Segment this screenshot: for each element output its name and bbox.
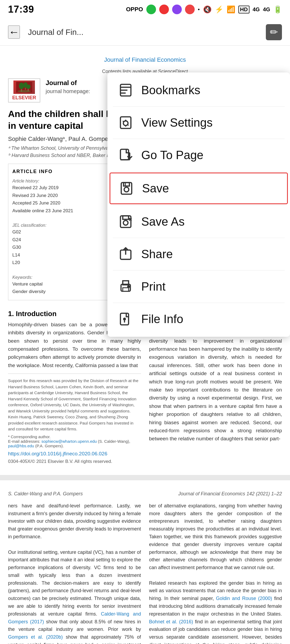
intro-cols: Homophily-driven biases can be a powerfu…	[8, 321, 282, 464]
save-label: Save	[142, 182, 169, 195]
page2-two-col: ners have and deal/fund-level performanc…	[8, 502, 282, 644]
divider-7	[113, 303, 285, 303]
battery-icon: 🔋	[273, 5, 282, 14]
dropdown-item-save[interactable]: Save	[110, 173, 288, 204]
goldin-rouse-link: Goldin and Rouse (2000)	[216, 596, 272, 601]
top-bar: ← Journal of Fin... ✏	[0, 19, 290, 46]
journal-header: Journal of Financial Economics	[8, 56, 282, 63]
svg-rect-30	[123, 288, 129, 291]
pdf-page-2: S. Calder-Wang and P.A. Gompers Journal …	[0, 480, 290, 644]
bookmarks-label: Bookmarks	[141, 83, 200, 97]
intro-col-left: Homophily-driven biases can be a powerfu…	[8, 321, 141, 464]
page2-col1-p2: Our institutional setting, venture capit…	[8, 548, 141, 644]
svg-rect-25	[121, 216, 131, 227]
footnote-1: Support for this research was provided b…	[8, 378, 141, 432]
svg-rect-21	[121, 182, 132, 194]
top-bar-title: Journal of Fin...	[28, 28, 258, 37]
status-bar: 17:39 OPPO • 🔇 ⚡ 📶 HD 4G 4G 🔋	[0, 0, 290, 19]
divider-2	[113, 139, 285, 139]
main-content: Journal of Financial Economics Contents …	[0, 46, 290, 644]
print-icon	[118, 279, 133, 294]
svg-point-35	[124, 318, 125, 320]
back-button[interactable]: ←	[8, 25, 20, 39]
intro-right-text: measurable improvement in performance wh…	[149, 321, 282, 443]
svg-rect-5	[25, 88, 26, 90]
file-info-label: File Info	[141, 312, 183, 326]
dropdown-menu: Bookmarks View Settings	[107, 72, 290, 337]
dropdown-item-view-settings[interactable]: View Settings	[107, 108, 290, 138]
app-icon-4	[185, 5, 195, 14]
svg-point-22	[124, 187, 129, 192]
app-icon-2	[159, 5, 169, 14]
dropdown-item-go-to-page[interactable]: Go To Page	[107, 140, 290, 170]
save-as-label: Save As	[141, 215, 184, 228]
page2-col-2: ber of alternative explanations, ranging…	[149, 502, 282, 644]
file-info-icon	[118, 312, 133, 327]
status-time: 17:39	[8, 4, 34, 15]
email-2: paul@hbs.edu	[8, 444, 34, 448]
bluetooth-icon: ⚡	[215, 5, 223, 14]
divider-4	[113, 205, 285, 206]
go-to-page-icon	[118, 148, 133, 163]
svg-point-7	[17, 90, 31, 92]
save-icon	[119, 181, 134, 196]
copyright: 0304-405X/© 2021 Elsevier B.V. All right…	[8, 459, 141, 464]
save-as-icon	[118, 214, 133, 229]
print-label: Print	[141, 280, 165, 293]
calder-wang-link: Calder-Wang and Gompers (2017)	[8, 611, 141, 624]
svg-line-16	[123, 121, 124, 122]
app-icon-1	[146, 5, 156, 14]
share-label: Share	[141, 247, 173, 261]
elsevier-logo-img	[13, 80, 35, 94]
corr-author: * Corresponding author.	[8, 434, 141, 439]
app-icon-3	[172, 5, 182, 14]
dropdown-item-save-as[interactable]: Save As	[107, 207, 290, 237]
status-icons: OPPO • 🔇 ⚡ 📶 HD 4G 4G 🔋	[126, 5, 282, 14]
hd-icon: HD	[238, 6, 249, 13]
bohnet-link: Bohnet et al. (2016)	[149, 619, 193, 624]
page2-header: S. Calder-Wang and P.A. Gompers Journal …	[8, 491, 282, 497]
share-icon	[118, 247, 133, 262]
divider-6	[113, 270, 285, 270]
mute-icon: 🔇	[203, 5, 212, 14]
page2-col2-p1: ber of alternative explanations, ranging…	[149, 502, 282, 572]
svg-point-13	[123, 121, 128, 126]
elsevier-tree-svg	[16, 82, 32, 93]
intro-col-right: measurable improvement in performance wh…	[149, 321, 282, 464]
page2-header-right: Journal of Financial Economics 142 (2021…	[178, 491, 282, 497]
svg-point-26	[123, 221, 128, 225]
email-line: E-mail addresses: sophiecw@wharton.upenn…	[8, 439, 141, 448]
divider-1	[113, 106, 285, 107]
svg-point-3	[26, 85, 31, 89]
elsevier-text: ELSEVIER	[12, 95, 36, 101]
edit-icon[interactable]: ✏	[266, 24, 282, 40]
page2-col-1: ners have and deal/fund-level performanc…	[8, 502, 141, 644]
page2-col1-p1: ners have and deal/fund-level performanc…	[8, 502, 141, 541]
dropdown-item-bookmarks[interactable]: Bookmarks	[107, 75, 290, 105]
view-settings-icon	[118, 115, 133, 130]
dropdown-item-print[interactable]: Print	[107, 272, 290, 302]
email-1: sophiecw@wharton.upenn.edu	[41, 439, 97, 444]
doi: https://doi.org/10.1016/j.jfineco.2020.0…	[8, 451, 141, 457]
wifi-icon: 📶	[227, 5, 235, 14]
svg-rect-18	[121, 149, 129, 160]
page2-col2-p2: Related research has explored the gender…	[149, 579, 282, 644]
page2-header-left: S. Calder-Wang and P.A. Gompers	[8, 491, 83, 497]
svg-point-32	[128, 286, 130, 288]
dropdown-item-share[interactable]: Share	[107, 239, 290, 269]
divider-5	[113, 238, 285, 238]
divider-3	[113, 171, 285, 171]
carrier-icon: OPPO	[126, 6, 143, 13]
signal-4g-2: 4G	[263, 6, 270, 13]
svg-rect-27	[123, 216, 129, 219]
elsevier-logo: ELSEVIER	[8, 78, 40, 103]
dropdown-item-file-info[interactable]: File Info	[107, 304, 290, 334]
view-settings-label: View Settings	[141, 116, 213, 129]
svg-point-1	[19, 83, 24, 89]
dot-indicator: •	[198, 6, 200, 13]
svg-line-17	[128, 125, 129, 126]
signal-4g-1: 4G	[253, 6, 260, 13]
gompers-link: Gompers et al. (2020b)	[8, 634, 63, 640]
svg-rect-23	[124, 182, 129, 186]
go-to-page-label: Go To Page	[141, 148, 204, 162]
